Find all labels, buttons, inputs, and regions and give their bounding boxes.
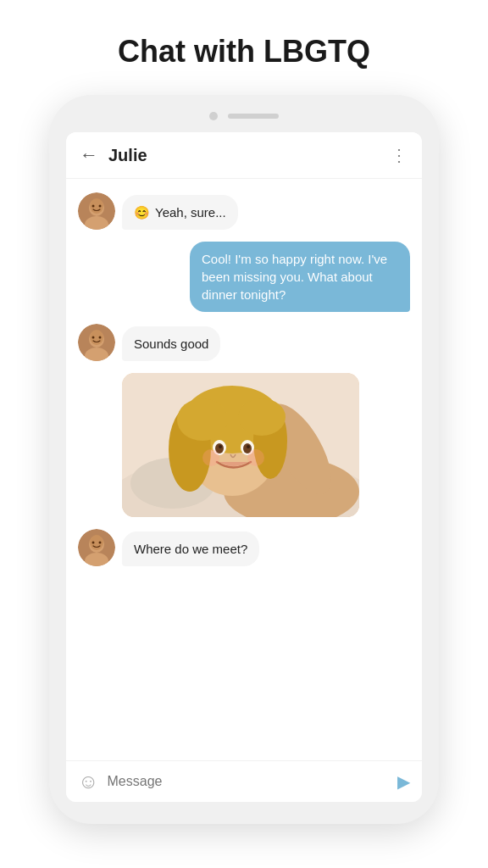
message-bubble: Cool! I'm so happy right now. I've been … [190,242,410,312]
svg-point-5 [99,205,102,208]
contact-name: Julie [108,146,147,165]
message-text: Where do we meet? [134,542,247,556]
phone-speaker [228,114,279,119]
message-input[interactable] [108,774,389,789]
messages-area: 😊Yeah, sure... Cool! I'm so happy right … [66,179,422,760]
svg-point-36 [99,542,102,544]
avatar [78,192,115,230]
chat-header: ← Julie ⋮ [66,132,422,179]
svg-point-30 [247,449,264,466]
svg-point-9 [90,330,103,345]
message-bubble: 😊Yeah, sure... [122,195,238,230]
message-row: Where do we meet? [78,529,410,566]
svg-point-22 [238,398,286,436]
message-row: Cool! I'm so happy right now. I've been … [78,242,410,312]
more-options-button[interactable]: ⋮ [391,145,408,165]
input-area: ☺ ▶ [66,760,422,802]
svg-point-3 [90,198,103,214]
emoji-button[interactable]: ☺ [78,770,99,793]
page-title: Chat with LBGTQ [118,34,370,70]
message-text: Cool! I'm so happy right now. I've been … [202,252,387,302]
phone-notch [209,112,279,120]
message-emoji: 😊 [134,205,150,220]
back-button[interactable]: ← [80,144,98,166]
phone-frame: ← Julie ⋮ 😊Yeah, sure... [49,95,439,824]
phone-screen: ← Julie ⋮ 😊Yeah, sure... [66,132,422,802]
svg-point-29 [202,449,219,466]
message-text: Yeah, sure... [155,205,226,220]
svg-point-34 [90,535,103,550]
avatar [78,324,115,361]
svg-point-10 [92,337,95,339]
svg-point-27 [219,445,222,448]
woman-photo [122,373,359,517]
svg-point-28 [247,445,250,448]
svg-point-21 [177,398,228,441]
message-bubble: Sounds good [122,326,220,361]
avatar [78,529,115,566]
photo-image [122,373,359,517]
photo-message [122,373,359,517]
message-row: Sounds good [78,324,410,361]
chat-header-left: ← Julie [80,144,147,166]
svg-point-35 [92,542,95,544]
svg-point-4 [92,205,95,208]
send-button[interactable]: ▶ [397,771,410,792]
message-bubble: Where do we meet? [122,531,259,566]
message-row: 😊Yeah, sure... [78,192,410,230]
phone-camera [209,112,218,120]
svg-point-11 [99,337,102,339]
message-text: Sounds good [134,337,208,351]
